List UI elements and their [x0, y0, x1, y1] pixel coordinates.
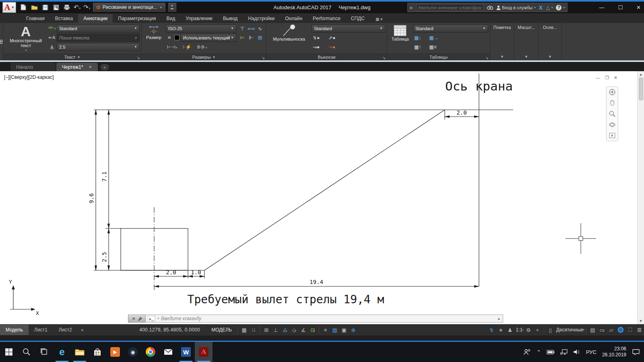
autodesk360-icon[interactable]: X [539, 4, 543, 11]
isodraft-icon[interactable]: ◇▾ [289, 327, 299, 333]
dim-jog-line-icon[interactable]: ∿ [256, 24, 264, 33]
wrench-icon[interactable] [137, 316, 142, 321]
new-layout-button[interactable]: + [78, 327, 87, 333]
polar-tracking-icon[interactable]: ∠▾ [280, 327, 289, 333]
multileader-button[interactable]: Мультивыноска [268, 24, 310, 53]
isolate-objects-icon[interactable]: ▱ [607, 327, 616, 333]
transparency-icon[interactable]: ▨ [330, 327, 339, 333]
dynamic-input-icon[interactable]: ⊞ [262, 327, 271, 333]
vertical-scrollbar[interactable]: ▲ ▼ [637, 71, 644, 324]
taskbar-autocad[interactable]: A [195, 342, 213, 362]
plot-icon[interactable] [63, 3, 71, 11]
zoom-icon[interactable] [609, 110, 616, 117]
dim-layer-dropdown[interactable]: Использовать текущий▼ [181, 34, 236, 42]
dim-breakline-icon[interactable]: ⊤ [238, 24, 247, 33]
tab-vstavka[interactable]: Вставка [50, 14, 78, 23]
steering-wheel-icon[interactable] [609, 88, 616, 96]
workspace-switcher[interactable]: ⚙ Рисование и аннотаци... ▼ [93, 3, 165, 12]
dialog-launcher-icon[interactable]: ↘ [137, 56, 140, 60]
dim-inspect-icon[interactable]: ⊞ [256, 33, 264, 42]
ribbon-display-options-button[interactable]: ▦ ▾ [372, 15, 386, 23]
dim-linear-icon[interactable]: ⊢⊣▾ [166, 44, 178, 50]
save-icon[interactable] [41, 3, 49, 11]
text-align-icon[interactable]: ⇤A [48, 35, 56, 40]
chevron-left-icon[interactable]: ▶ [410, 6, 413, 10]
table-style-dropdown[interactable]: Standard▼ [413, 25, 488, 33]
table-upload-icon[interactable]: ▦↑ [413, 44, 422, 50]
lineweight-icon[interactable]: ≡ [321, 327, 330, 333]
tray-expand-icon[interactable]: ⌃ [537, 349, 541, 355]
dim-update-icon[interactable]: ⊨ [238, 33, 247, 42]
save-as-icon[interactable] [52, 3, 60, 11]
table-button[interactable]: Таблица [389, 24, 411, 53]
taskbar-chrome[interactable] [142, 342, 159, 362]
mleader-collect-icon[interactable]: ⤳● [327, 44, 336, 50]
lock-ui-icon[interactable]: ▭▾ [597, 327, 607, 333]
customization-icon[interactable]: ≣ [635, 326, 644, 333]
drawing-canvas[interactable]: [−][Сверху][2D-каркас] — ❐ ✕ [0, 71, 644, 324]
taskbar-edge[interactable]: e [53, 342, 71, 362]
minimize-button[interactable]: — [599, 4, 604, 10]
tab-annotacii[interactable]: Аннотации [78, 14, 113, 23]
help-menu[interactable]: ?▾ [556, 5, 565, 10]
command-line[interactable]: ✕ ▸_ ▾ Введите команду ▲ [128, 315, 503, 323]
command-history-icon[interactable]: ▲ [497, 317, 501, 321]
orbit-icon[interactable] [609, 121, 616, 128]
object-snap-icon[interactable]: ⊡▾ [308, 327, 317, 333]
panel-footer-tables[interactable]: Таблицы ↘ [387, 53, 490, 60]
mleader-style-dropdown[interactable]: Standard▼ [312, 25, 385, 33]
panel-footer-dimensions[interactable]: Размеры▼ ↘ [142, 53, 266, 60]
layout-tab-list1[interactable]: Лист1 [29, 325, 53, 335]
snap-mode-icon[interactable]: ∷▾ [249, 327, 258, 333]
text-height-icon[interactable]: A̲ [48, 45, 56, 49]
app-menu-button[interactable]: A ▼ [2, 2, 16, 13]
start-button[interactable] [0, 342, 18, 362]
model-space-button[interactable]: МОДЕЛЬ [207, 325, 236, 335]
action-center-icon[interactable] [632, 349, 640, 355]
volume-icon[interactable] [573, 349, 580, 355]
open-folder-icon[interactable] [30, 3, 38, 11]
quick-properties-icon[interactable]: ▤ [588, 327, 597, 333]
taskbar-search-button[interactable] [18, 342, 35, 362]
taskbar-mail[interactable] [159, 342, 177, 362]
taskbar-store[interactable] [89, 342, 106, 362]
tab-vid[interactable]: Вид [161, 14, 181, 23]
dim-style-dropdown[interactable]: ISO-25▼ [166, 25, 236, 33]
undo-icon[interactable]: ↶▾ [74, 4, 80, 11]
mleader-add-icon[interactable]: ↯● [312, 35, 321, 41]
taskbar-word[interactable]: W [177, 342, 195, 362]
command-line-grip[interactable]: ✕ [128, 315, 146, 323]
taskbar-steam[interactable]: ◉ [124, 342, 142, 362]
dimension-button[interactable]: Размер [143, 24, 164, 53]
close-button[interactable]: ✕ [636, 4, 641, 10]
collaborate-icon[interactable]: ⊕ [349, 327, 358, 333]
tab-drawing1[interactable]: Чертеж1* ✕ [56, 63, 98, 71]
annotation-monitor-icon[interactable]: + [533, 327, 542, 333]
annotation-people-icon[interactable]: ♟ [506, 327, 515, 333]
mleader-remove-icon[interactable]: ↝● [312, 44, 321, 50]
tab-upravlenie[interactable]: Управление [180, 14, 218, 23]
dim-quick-icon[interactable]: ⊦⚡ [182, 44, 192, 50]
pan-hand-icon[interactable] [609, 99, 616, 107]
qat-customize-button[interactable]: ▼▬ [168, 3, 176, 12]
language-indicator[interactable]: РУС [586, 349, 597, 355]
maximize-button[interactable]: ☐ [618, 4, 623, 10]
new-file-icon[interactable] [19, 3, 27, 11]
layout-tab-model[interactable]: Модель [0, 325, 29, 335]
new-drawing-tab-button[interactable]: + [100, 64, 109, 70]
graphics-performance-icon[interactable] [618, 327, 623, 333]
battery-icon[interactable] [547, 350, 555, 354]
clock[interactable]: 23:06 26.10.2019 [602, 346, 626, 358]
dialog-launcher-icon[interactable]: ↘ [485, 56, 489, 60]
workspace-gear-icon[interactable]: ⚙▾ [524, 327, 533, 333]
showmotion-icon[interactable] [609, 132, 616, 139]
scrollbar-thumb[interactable] [639, 78, 643, 100]
units-dropdown[interactable]: Десятичные [555, 327, 585, 333]
command-input-area[interactable]: ▸_ ▾ Введите команду ▲ [146, 315, 503, 323]
scroll-down-icon[interactable]: ▼ [639, 318, 643, 324]
dialog-launcher-icon[interactable]: ↘ [382, 56, 386, 60]
network-icon[interactable] [560, 349, 568, 355]
panel-masshtab[interactable]: Масшт... ▼ [514, 23, 539, 60]
table-cell-style-icon[interactable]: ▦≡ [428, 44, 438, 50]
dim-adjust-space-icon[interactable]: ⟺ [247, 24, 256, 33]
